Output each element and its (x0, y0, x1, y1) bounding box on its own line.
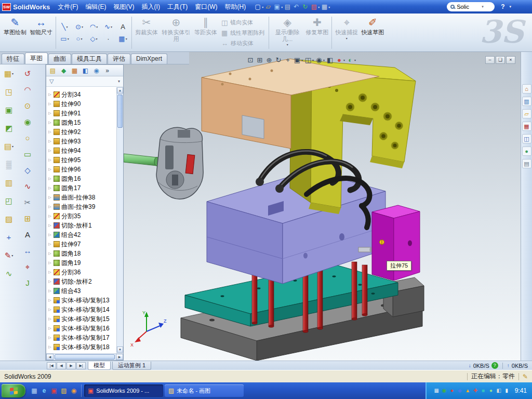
dropdown-arrow-icon[interactable]: ▾ (312, 58, 314, 62)
filter-icon[interactable]: ▽ (49, 78, 54, 85)
custom-properties-icon[interactable]: ▤ (522, 159, 531, 168)
toolbar-icon[interactable]: ∿ (21, 180, 34, 192)
undo-icon[interactable]: ↶ (292, 2, 300, 11)
zoom-in-out-icon[interactable]: ⊕ (265, 56, 273, 64)
toolbar-icon[interactable]: ▒ (2, 158, 16, 170)
linear-sketch-pattern-button[interactable]: ▦ 线性草图阵列 (221, 29, 264, 37)
show-desktop-icon[interactable]: ▦ (30, 387, 38, 395)
scroll-left-icon[interactable]: ◀ (46, 354, 54, 360)
tree-item[interactable]: ▷组合43 (47, 286, 116, 296)
dropdown-arrow-icon[interactable]: ▾ (318, 5, 320, 9)
tree-item[interactable]: ▷圆角16 (47, 174, 116, 183)
tree-item[interactable]: ▷圆角17 (47, 183, 116, 193)
dropdown-arrow-icon[interactable]: ▾ (96, 37, 97, 41)
menu-file[interactable]: 文件(F) (54, 2, 82, 12)
offset-entities-button[interactable]: ∥ 等距实体 (193, 15, 219, 50)
tab-mold-tools[interactable]: 模具工具 (72, 54, 107, 64)
sketch-draw-button[interactable]: ✎ 草图绘制 (2, 15, 28, 50)
annotation-icon[interactable]: ✎ (523, 373, 528, 380)
dropdown-arrow-icon[interactable]: ▾ (328, 5, 330, 9)
toolbar-icon[interactable]: ∿ (2, 268, 16, 279)
paint-quicklaunch-icon[interactable]: ▨ (60, 387, 68, 395)
toolbar-icon[interactable]: ◇ (21, 164, 34, 176)
tree-item[interactable]: ▷拉伸91 (47, 109, 116, 118)
restore-icon[interactable]: ❏ (496, 56, 505, 64)
tree-item[interactable]: ▷拉伸96 (47, 165, 116, 174)
panel-overflow-icon[interactable]: » (102, 66, 112, 75)
tree-item[interactable]: ▷实体-移动/复制14 (47, 305, 116, 314)
toolbar-icon[interactable]: ◩ (2, 122, 16, 134)
quick-snaps-button[interactable]: ⌖ 快速捕捉 ▾ (334, 15, 360, 50)
toolbar-icon[interactable]: ▨ (2, 213, 16, 224)
dropdown-arrow-icon[interactable]: ▾ (301, 58, 303, 62)
tab-sketch[interactable]: 草图 (25, 52, 48, 64)
pan-icon[interactable]: + (284, 56, 292, 64)
expander-icon[interactable]: ▷ (47, 251, 53, 256)
tab-evaluate[interactable]: 评估 (108, 54, 130, 64)
tray-icon[interactable]: ◧ (495, 387, 503, 395)
filter-dropdown-icon[interactable]: ▾ (118, 79, 120, 84)
tab-dimxpert[interactable]: DimXpert (131, 54, 167, 64)
point-tool-icon[interactable]: · (101, 33, 115, 45)
tray-icon[interactable]: ▲ (464, 387, 472, 395)
tree-item[interactable]: ▷圆角18 (47, 249, 116, 258)
toolbar-icon[interactable]: ▣ (2, 104, 16, 115)
tree-item[interactable]: ▷实体-移动/复制16 (47, 324, 116, 333)
expander-icon[interactable]: ▷ (47, 223, 53, 228)
toolbar-icon[interactable]: ◳ (2, 86, 16, 97)
expander-icon[interactable]: ▷ (47, 149, 53, 153)
view-orientation-icon[interactable]: ▣▾ (293, 56, 303, 64)
search-dropdown-icon[interactable]: ▾ (482, 5, 484, 9)
mirror-entities-button[interactable]: ◫ 镜向实体 (221, 19, 264, 26)
vertical-scrollbar[interactable]: ▲ ▼ (116, 87, 123, 353)
text-tool-icon[interactable]: A (116, 21, 130, 33)
view-palette-icon[interactable]: ◫ (522, 134, 531, 143)
toolbar-icon[interactable]: ⌖ (21, 261, 34, 272)
graphics-viewport[interactable]: Y Z X ⊡⊞⊕↻+▣▾◫▾◉▾◧●▾◐▾ –❏× 拉伸75 (124, 52, 521, 361)
expander-icon[interactable]: ▷ (47, 233, 53, 237)
tree-item[interactable]: ▷曲面-拉伸38 (47, 193, 116, 202)
dropdown-arrow-icon[interactable]: ▾ (111, 25, 112, 29)
dropdown-arrow-icon[interactable]: ▾ (287, 43, 288, 46)
menu-insert[interactable]: 插入(I) (138, 2, 164, 12)
rapid-sketch-button[interactable]: ✐ 快速草图 (360, 15, 385, 50)
expander-icon[interactable]: ▷ (47, 205, 53, 209)
start-button[interactable] (2, 384, 25, 397)
media-player-icon[interactable]: ◉ (70, 387, 78, 395)
tree-item[interactable]: ▷分割34 (47, 90, 116, 99)
tree-item[interactable]: ▷实体-移动/复制15 (47, 314, 116, 324)
dropdown-arrow-icon[interactable]: ▾ (81, 37, 82, 41)
tree-item[interactable]: ▷圆角15 (47, 118, 116, 127)
expander-icon[interactable]: ▷ (47, 158, 53, 162)
gray-tool-part[interactable] (124, 127, 203, 199)
taskbar-task-paint[interactable]: ▨ 未命名 - 画图 (165, 384, 244, 397)
appearance-icon[interactable]: ●▾ (335, 56, 345, 64)
tree-item[interactable]: ▷拉伸95 (47, 155, 116, 165)
configurationmanager-tab-icon[interactable]: ▦ (70, 66, 79, 75)
tree-item[interactable]: ▷拉伸94 (47, 146, 116, 155)
scroll-up-icon[interactable]: ▲ (117, 87, 123, 94)
solidworks-quicklaunch-icon[interactable]: ▣ (50, 387, 58, 395)
file-explorer-icon[interactable]: ▱ (522, 109, 531, 118)
dropdown-arrow-icon[interactable]: ▾ (96, 25, 98, 29)
scroll-right-icon[interactable]: ▶ (116, 354, 123, 360)
toolbar-icon[interactable]: ✂ (21, 196, 34, 208)
zoom-area-icon[interactable]: ⊞ (256, 56, 264, 64)
toolbar-icon[interactable]: ⊙ (21, 100, 34, 111)
new-file-icon[interactable]: ▢▾ (254, 2, 263, 11)
tray-icon[interactable]: ▦ (433, 387, 441, 395)
toolbar-icon[interactable]: ◠ (21, 84, 34, 95)
expander-icon[interactable]: ▷ (47, 130, 53, 134)
rebuild-icon[interactable]: ↻ (301, 2, 309, 11)
dropdown-arrow-icon[interactable]: ▾ (323, 58, 325, 62)
options-icon[interactable]: ▦▾ (320, 2, 330, 11)
spline-tool-icon[interactable]: ∿▾ (101, 21, 115, 33)
toolbar-icon[interactable]: ⊞ (21, 212, 34, 224)
dimxpertmanager-tab-icon[interactable]: ◧ (81, 66, 90, 75)
toolbar-icon[interactable]: ✎▾ (2, 249, 16, 261)
dropdown-arrow-icon[interactable]: ▾ (12, 144, 14, 148)
home-icon[interactable]: ⌂ (522, 84, 531, 94)
tab-motion-study[interactable]: 运动算例 1 (112, 362, 151, 370)
prev-tab-button[interactable]: ◀ (57, 362, 66, 369)
expander-icon[interactable]: ▷ (47, 92, 53, 97)
